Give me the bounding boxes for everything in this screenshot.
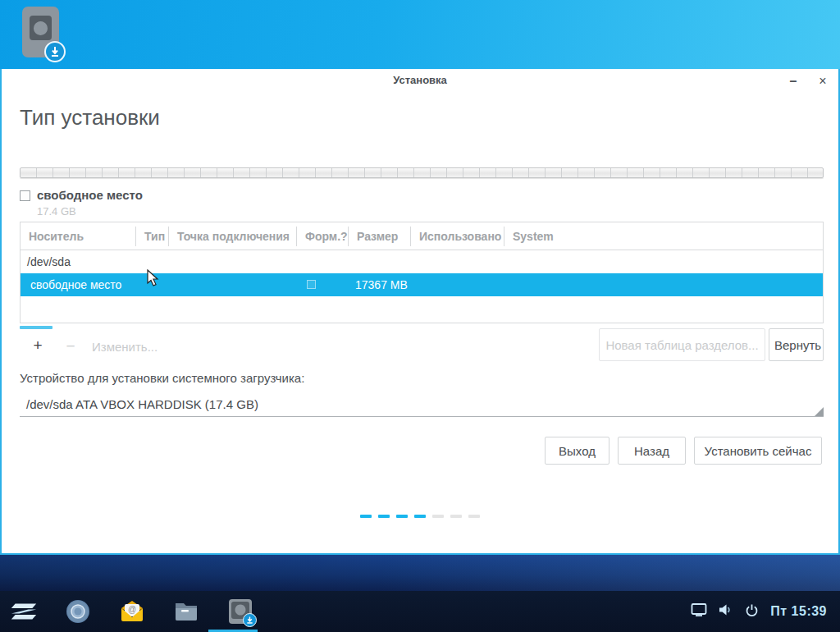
col-header-device[interactable]: Носитель [21, 227, 136, 246]
taskbar: @ [0, 591, 840, 632]
close-button[interactable]: × [812, 71, 833, 92]
install-now-button[interactable]: Установить сейчас [694, 437, 822, 465]
page-dash [468, 515, 480, 518]
new-partition-table-button[interactable]: Новая таблица разделов... [599, 328, 765, 361]
remove-partition-button[interactable]: − [62, 337, 79, 355]
power-icon[interactable] [745, 603, 759, 621]
legend-size: 17.4 GB [37, 205, 143, 218]
minimize-button[interactable]: – [783, 71, 804, 92]
chromium-icon[interactable] [65, 598, 91, 625]
col-header-system[interactable]: System [504, 227, 823, 246]
page-indicator [2, 515, 838, 518]
system-tray: Пт 15:39 [691, 602, 840, 621]
download-badge-icon [44, 41, 66, 62]
back-button[interactable]: Назад [618, 437, 686, 465]
legend-checkbox[interactable] [20, 190, 30, 201]
desktop-background-bottom [0, 555, 840, 591]
screen: Установка – × Тип установки свободное ме… [0, 0, 840, 632]
svg-text:@: @ [128, 605, 136, 614]
bootloader-label: Устройство для установки системного загр… [20, 371, 304, 385]
cell-size: 17367 MB [349, 278, 411, 291]
disk-usage-bar [20, 167, 824, 178]
legend-label: свободное место [37, 188, 143, 202]
page-dash [396, 515, 408, 518]
installer-window: Установка – × Тип установки свободное ме… [0, 69, 840, 555]
bootloader-device-select[interactable]: /dev/sda ATA VBOX HARDDISK (17.4 GB) [20, 394, 824, 417]
display-icon[interactable] [691, 602, 707, 621]
table-header-row: Носитель Тип Точка подключения Форм.? Ра… [21, 222, 823, 250]
volume-icon[interactable] [719, 603, 733, 620]
zorin-menu-icon[interactable] [11, 598, 37, 625]
quit-button[interactable]: Выход [545, 437, 609, 465]
change-partition-button[interactable]: Изменить... [92, 340, 158, 354]
cell-device: /dev/sda [21, 255, 136, 268]
add-partition-button[interactable]: + [30, 337, 46, 355]
table-row-empty [21, 296, 823, 323]
free-space-legend: свободное место 17.4 GB [20, 188, 143, 218]
page-dash [450, 515, 462, 518]
bootloader-device-value: /dev/sda ATA VBOX HARDDISK (17.4 GB) [26, 397, 258, 411]
col-header-type[interactable]: Тип [136, 227, 169, 246]
partition-table: Носитель Тип Точка подключения Форм.? Ра… [20, 222, 824, 323]
page-dash [360, 515, 372, 518]
download-badge-icon [243, 613, 257, 627]
taskbar-clock: Пт 15:39 [770, 604, 827, 619]
installer-desktop-icon[interactable] [22, 7, 59, 57]
file-manager-icon[interactable] [173, 598, 199, 625]
revert-button[interactable]: Вернуть [769, 328, 824, 361]
cell-device: свободное место [21, 278, 136, 291]
page-dash [414, 515, 426, 518]
page-dash [378, 515, 390, 518]
page-dash [432, 515, 444, 518]
col-header-size[interactable]: Размер [349, 227, 411, 246]
col-header-used[interactable]: Использовано [411, 227, 504, 246]
mail-icon[interactable]: @ [119, 598, 145, 625]
horizontal-scrollbar-thumb[interactable] [20, 326, 52, 329]
titlebar[interactable]: Установка – × [2, 69, 838, 94]
window-title: Установка [2, 74, 838, 86]
action-buttons: Выход Назад Установить сейчас [545, 437, 822, 465]
col-header-mountpoint[interactable]: Точка подключения [169, 227, 297, 246]
table-row-free-space[interactable]: свободное место 17367 MB [21, 273, 823, 296]
page-title: Тип установки [20, 105, 160, 131]
combo-dropdown-corner-icon [815, 407, 824, 416]
desktop-background-top [0, 0, 840, 69]
format-checkbox[interactable] [307, 280, 316, 289]
installer-icon[interactable] [227, 598, 253, 625]
taskbar-launchers: @ [0, 598, 253, 625]
col-header-format[interactable]: Форм.? [297, 227, 349, 246]
table-row-device[interactable]: /dev/sda [21, 250, 823, 273]
